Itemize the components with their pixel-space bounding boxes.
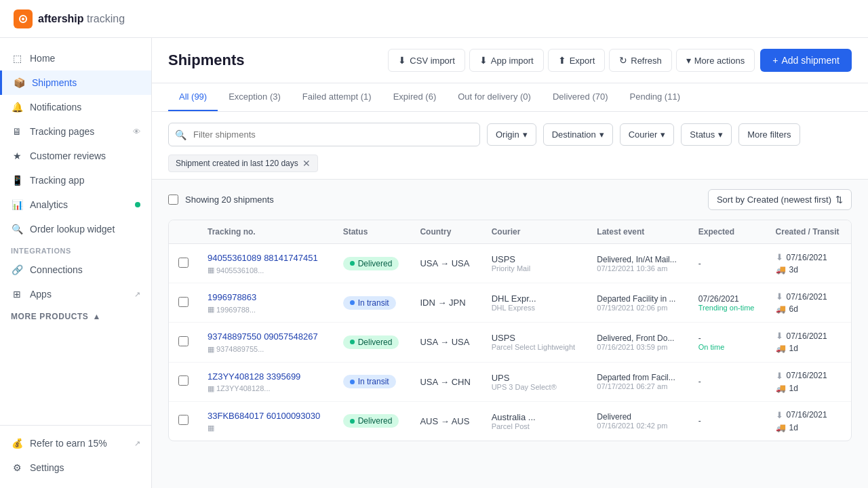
transit-time: 🚚 3d <box>776 265 842 274</box>
event-text: Delivered, Front Do... <box>597 333 679 343</box>
event-date: 07/16/2021 02:42 pm <box>597 422 679 430</box>
tab-all[interactable]: All (99) <box>168 83 218 111</box>
sidebar: ⬚ Home 📦 Shipments 🔔 Notifications 🖥 Tra… <box>0 38 152 488</box>
tracking-number[interactable]: 94055361089 88141747451 <box>208 252 324 264</box>
svg-point-1 <box>22 18 24 20</box>
sidebar-item-customer-reviews[interactable]: ★ Customer reviews <box>0 144 151 168</box>
country-value: AUS → AUS <box>420 416 469 426</box>
row-checkbox-3[interactable] <box>178 375 189 386</box>
sidebar-item-apps[interactable]: ⊞ Apps ↗ <box>0 282 151 306</box>
more-actions-button[interactable]: ▾More actions <box>676 49 755 72</box>
logo-icon <box>14 9 33 28</box>
col-status: Status <box>334 220 411 244</box>
country-cell: USA → CHN <box>410 362 481 401</box>
sidebar-item-order-lookup[interactable]: 🔍 Order lookup widget <box>0 217 151 241</box>
tab-exception[interactable]: Exception (3) <box>218 83 292 111</box>
col-courier: Courier <box>482 220 588 244</box>
transit-time: 🚚 1d <box>776 423 842 432</box>
tracking-number[interactable]: 1996978863 <box>208 291 324 304</box>
sidebar-item-home[interactable]: ⬚ Home <box>0 46 151 70</box>
sort-select[interactable]: Sort by Created (newest first) ⇅ <box>708 189 852 210</box>
search-input[interactable] <box>168 123 480 146</box>
table-toolbar: Showing 20 shipments Sort by Created (ne… <box>168 180 852 220</box>
col-country: Country <box>410 220 481 244</box>
apps-icon: ⊞ <box>11 288 23 300</box>
tracking-number[interactable]: 1Z3YY408128 3395699 <box>208 371 324 383</box>
sidebar-item-notifications[interactable]: 🔔 Notifications <box>0 95 151 119</box>
latest-event-cell: Departed from Facil... 07/17/2021 06:27 … <box>587 362 688 401</box>
tab-failed[interactable]: Failed attempt (1) <box>292 83 382 111</box>
courier-filter[interactable]: Courier ▾ <box>620 123 675 146</box>
truck-icon: 🚚 <box>776 265 786 274</box>
created-cell: ⬇ 07/16/2021 🚚 1d <box>766 362 851 401</box>
expected-cell: - <box>689 362 766 401</box>
add-shipment-button[interactable]: + Add shipment <box>760 49 852 72</box>
refer-icon: 💰 <box>11 437 23 449</box>
courier-name: DHL Expr... <box>492 293 578 304</box>
tab-delivered[interactable]: Delivered (70) <box>542 83 619 111</box>
select-all-checkbox[interactable] <box>168 195 178 205</box>
download-icon: ⬇ <box>776 371 783 381</box>
search-input-wrap: 🔍 <box>168 123 480 146</box>
col-tracking: Tracking no. <box>198 220 334 244</box>
status-cell: Delivered <box>334 323 411 362</box>
search-icon: 🔍 <box>175 129 186 140</box>
tracking-number[interactable]: 33FKB684017 60100093030 <box>208 410 324 422</box>
tab-pending[interactable]: Pending (11) <box>619 83 691 111</box>
expected-value: - <box>698 377 757 386</box>
status-filter[interactable]: Status ▾ <box>681 123 732 146</box>
destination-filter[interactable]: Destination ▾ <box>543 123 613 146</box>
tracking-app-icon: 📱 <box>11 174 23 186</box>
sidebar-item-settings[interactable]: ⚙ Settings <box>0 455 151 480</box>
expected-sub: Trending on-time <box>698 304 757 312</box>
row-checkbox-0[interactable] <box>178 258 189 268</box>
more-filters-button[interactable]: More filters <box>738 123 800 146</box>
sidebar-item-connections[interactable]: 🔗 Connections <box>0 258 151 282</box>
row-checkbox-4[interactable] <box>178 415 189 425</box>
table-row: 33FKB684017 60100093030 ▦ Delivered AUS … <box>169 401 851 441</box>
expected-cell: 07/26/2021 Trending on-time <box>689 283 766 323</box>
country-value: USA → USA <box>420 337 469 347</box>
status-badge: Delivered <box>343 257 399 270</box>
sidebar-item-refer[interactable]: 💰 Refer to earn 15% ↗ <box>0 431 151 455</box>
tab-expired[interactable]: Expired (6) <box>382 83 448 111</box>
external-icon: ↗ <box>134 290 140 299</box>
event-text: Departed from Facil... <box>597 373 679 382</box>
sidebar-item-tracking-app[interactable]: 📱 Tracking app <box>0 168 151 192</box>
app-import-button[interactable]: ⬇App import <box>469 49 544 72</box>
courier-cell: Australia ... Parcel Post <box>482 401 588 441</box>
expected-value: - <box>698 333 757 343</box>
truck-icon: 🚚 <box>776 384 786 393</box>
courier-sub: Parcel Post <box>492 422 578 430</box>
sidebar-item-analytics[interactable]: 📊 Analytics <box>0 192 151 217</box>
notifications-icon: 🔔 <box>11 101 23 113</box>
country-cell: USA → USA <box>410 323 481 362</box>
country-cell: IDN → JPN <box>410 283 481 323</box>
remove-filter-button[interactable]: ✕ <box>302 158 311 169</box>
courier-name: USPS <box>492 333 578 343</box>
courier-cell: UPS UPS 3 Day Select® <box>482 362 588 401</box>
row-checkbox-cell <box>169 401 198 441</box>
origin-filter[interactable]: Origin ▾ <box>487 123 536 146</box>
analytics-icon: 📊 <box>11 199 23 211</box>
tracking-cell: 1Z3YY408128 3395699 ▦ 1Z3YY408128... <box>198 362 334 401</box>
sidebar-item-tracking-pages[interactable]: 🖥 Tracking pages 👁 <box>0 119 151 144</box>
download-icon: ⬇ <box>776 291 783 302</box>
refresh-button[interactable]: ↻Refresh <box>609 49 672 72</box>
export-button[interactable]: ⬆Export <box>548 49 606 72</box>
table-header: Tracking no. Status Country Courier Late… <box>169 220 851 244</box>
customer-reviews-icon: ★ <box>11 150 23 162</box>
home-icon: ⬚ <box>11 52 23 64</box>
csv-import-button[interactable]: ⬇CSV import <box>388 49 465 72</box>
row-checkbox-1[interactable] <box>178 297 189 307</box>
tab-out-for-delivery[interactable]: Out for delivery (0) <box>447 83 542 111</box>
tracking-number[interactable]: 93748897550 09057548267 <box>208 331 324 343</box>
sidebar-item-label: Order lookup widget <box>30 224 115 235</box>
table-row: 1996978863 ▦ 19969788... In transit IDN … <box>169 283 851 323</box>
sidebar-item-shipments[interactable]: 📦 Shipments <box>0 70 151 95</box>
logo: aftership tracking <box>14 9 125 28</box>
shipments-icon: 📦 <box>13 77 25 89</box>
more-products-toggle[interactable]: MORE PRODUCTS ▲ <box>0 306 151 327</box>
event-date: 07/19/2021 02:06 pm <box>597 304 679 312</box>
row-checkbox-2[interactable] <box>178 336 189 346</box>
